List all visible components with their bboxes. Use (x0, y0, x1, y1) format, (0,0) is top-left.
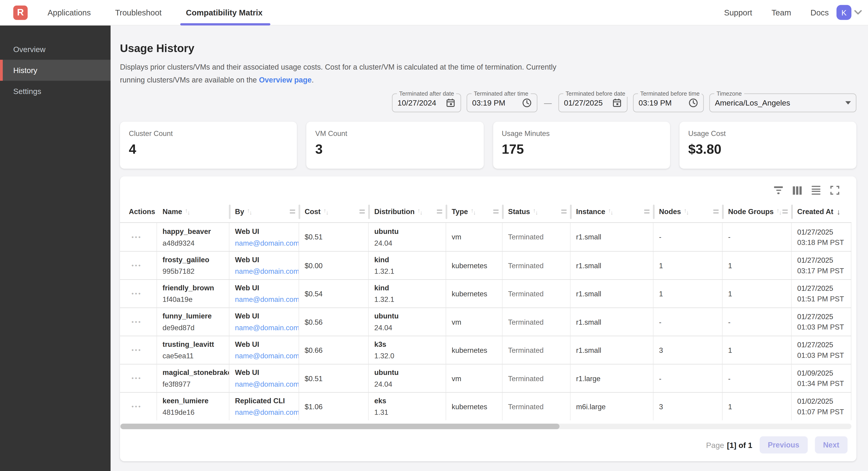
table-row[interactable]: ●●● keen_lumiere 4819de16 Replicated CLI… (120, 392, 851, 420)
stat-value: 175 (502, 142, 661, 157)
clock-icon[interactable] (688, 98, 698, 108)
column-header-nodes[interactable]: Nodes ↑↓ (654, 201, 723, 223)
sort-icon[interactable]: ↑↓ (608, 209, 613, 214)
calendar-icon[interactable] (445, 98, 456, 108)
column-header-instance[interactable]: Instance ↑↓ (570, 201, 654, 223)
table-row[interactable]: ●●● friendly_brown 1f40a19e Web UI name@… (120, 279, 851, 307)
table-row[interactable]: ●●● magical_stonebraker fe3f8977 Web UI … (120, 364, 851, 392)
row-actions-menu-icon[interactable]: ●●● (131, 376, 142, 381)
row-actions-menu-icon[interactable]: ●●● (131, 234, 142, 240)
next-button[interactable]: Next (815, 436, 847, 453)
column-header-status[interactable]: Status ↑↓ (503, 201, 570, 223)
cell-name: trusting_leavitt cae5ea11 (157, 336, 229, 364)
table-row[interactable]: ●●● frosty_galileo 995b7182 Web UI name@… (120, 251, 851, 279)
sort-icon[interactable]: ↑↓ (247, 209, 252, 214)
nav-link-team[interactable]: Team (772, 8, 791, 17)
cluster-id: de9ed87d (163, 324, 226, 332)
column-menu-icon[interactable] (713, 209, 718, 214)
nav-item-troubleshoot[interactable]: Troubleshoot (113, 0, 164, 25)
column-label: Node Groups (728, 207, 774, 216)
column-menu-icon[interactable] (644, 209, 649, 214)
sort-desc-icon[interactable]: ↓ (837, 207, 841, 216)
column-menu-icon[interactable] (289, 209, 295, 214)
table-row[interactable]: ●●● trusting_leavitt cae5ea11 Web UI nam… (120, 336, 851, 364)
replicated-logo-icon[interactable]: R (13, 5, 28, 20)
cell-node-groups: 1 (723, 393, 792, 420)
horizontal-scrollbar[interactable] (120, 423, 851, 429)
distribution-name: ubuntu (374, 227, 442, 235)
filter-icon[interactable] (774, 185, 783, 195)
column-header-node-groups[interactable]: Node Groups ↑↓ (723, 201, 792, 223)
column-header-distribution[interactable]: Distribution ↑↓ (369, 201, 446, 223)
sort-icon[interactable]: ↑↓ (185, 209, 190, 214)
row-actions-menu-icon[interactable]: ●●● (131, 291, 142, 296)
overview-page-link[interactable]: Overview page (259, 76, 312, 84)
created-by-source: Replicated CLI (235, 396, 295, 405)
cell-cost: $0.00 (299, 252, 369, 279)
column-header-type[interactable]: Type ↑↓ (446, 201, 503, 223)
cell-instance: r1.small (570, 252, 654, 279)
cluster-name: happy_beaver (163, 227, 226, 235)
nav-item-compatibility-matrix[interactable]: Compatibility Matrix (184, 0, 265, 25)
created-by-email-link[interactable]: name@domain.com (235, 295, 295, 304)
row-actions-menu-icon[interactable]: ●●● (131, 404, 142, 409)
row-actions-cell: ●●● (120, 280, 157, 307)
cost-value: $0.00 (305, 261, 365, 270)
field-value: 03:19 PM (639, 98, 684, 107)
field-value: 03:19 PM (472, 98, 518, 107)
nodes-value: - (659, 374, 719, 383)
row-actions-menu-icon[interactable]: ●●● (131, 347, 142, 353)
sort-icon[interactable]: ↑↓ (776, 209, 782, 214)
chevron-down-icon[interactable] (854, 10, 862, 15)
clock-icon[interactable] (522, 98, 532, 108)
instance-value: r1.small (576, 261, 650, 270)
column-header-cost[interactable]: Cost ↑↓ (299, 201, 369, 223)
created-by-email-link[interactable]: name@domain.com (235, 267, 295, 275)
sort-icon[interactable]: ↑↓ (323, 209, 329, 214)
sidebar-item-history[interactable]: History (0, 60, 111, 81)
avatar[interactable]: K (836, 5, 851, 20)
column-menu-icon[interactable] (561, 209, 566, 214)
previous-button[interactable]: Previous (760, 436, 808, 453)
column-menu-icon[interactable] (359, 209, 365, 214)
sidebar-item-overview[interactable]: Overview (0, 39, 111, 60)
fullscreen-icon[interactable] (830, 185, 840, 195)
account-menu[interactable]: K (836, 5, 862, 20)
cell-created-at: 01/09/2025 01:34 PM PST (792, 364, 851, 392)
nav-item-label: Troubleshoot (115, 8, 162, 17)
created-by-email-link[interactable]: name@domain.com (235, 239, 295, 247)
column-header-created-at[interactable]: Created At ↓ (792, 201, 851, 223)
terminated-before-time-input[interactable]: Terminated before time 03:19 PM (633, 93, 704, 113)
row-actions-menu-icon[interactable]: ●●● (131, 319, 142, 325)
column-menu-icon[interactable] (437, 209, 442, 214)
terminated-after-time-input[interactable]: Terminated after time 03:19 PM (467, 93, 537, 113)
calendar-icon[interactable] (612, 98, 622, 108)
cell-created-at: 01/27/2025 03:17 PM PST (792, 252, 851, 279)
created-by-email-link[interactable]: name@domain.com (235, 324, 295, 332)
created-by-email-link[interactable]: name@domain.com (235, 352, 295, 360)
sort-icon[interactable]: ↑↓ (533, 209, 538, 214)
nav-item-applications[interactable]: Applications (45, 0, 93, 25)
sort-icon[interactable]: ↑↓ (471, 209, 476, 214)
column-menu-icon[interactable] (493, 209, 498, 214)
column-header-name[interactable]: Name ↑↓ (157, 201, 229, 223)
column-header-by[interactable]: By ↑↓ (229, 201, 299, 223)
table-row[interactable]: ●●● funny_lumiere de9ed87d Web UI name@d… (120, 307, 851, 335)
row-actions-menu-icon[interactable]: ●●● (131, 263, 142, 268)
density-icon[interactable] (811, 185, 821, 195)
table-row[interactable]: ●●● happy_beaver a48d9324 Web UI name@do… (120, 223, 851, 251)
nav-link-support[interactable]: Support (724, 8, 752, 17)
sort-icon[interactable]: ↑↓ (417, 209, 423, 214)
scrollbar-thumb[interactable] (121, 423, 559, 429)
sidebar-item-settings[interactable]: Settings (0, 81, 111, 101)
terminated-before-date-input[interactable]: Terminated before date 01/27/2025 (558, 93, 627, 113)
created-by-email-link[interactable]: name@domain.com (235, 380, 295, 388)
timezone-select[interactable]: Timezone America/Los_Angeles (709, 93, 856, 113)
sort-icon[interactable]: ↑↓ (684, 209, 689, 214)
terminated-after-date-input[interactable]: Terminated after date 10/27/2024 (392, 93, 461, 113)
created-time: 01:34 PM PST (797, 379, 847, 388)
nav-link-docs[interactable]: Docs (810, 8, 829, 17)
column-menu-icon[interactable] (782, 209, 787, 214)
columns-icon[interactable] (792, 185, 802, 195)
created-by-email-link[interactable]: name@domain.com (235, 408, 295, 416)
